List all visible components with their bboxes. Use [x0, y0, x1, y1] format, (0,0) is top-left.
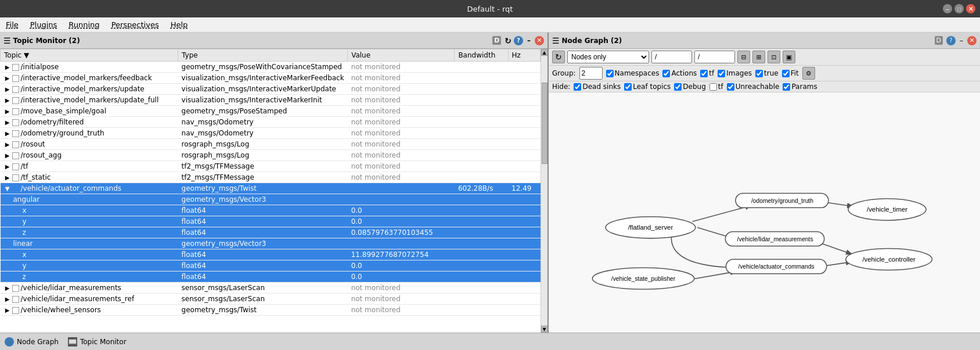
expand-icon[interactable]: ▶	[4, 86, 11, 93]
ng-icon-btn-3[interactable]: ⊡	[768, 51, 780, 63]
expand-icon[interactable]: ▶	[4, 130, 11, 137]
table-row[interactable]: ▶/move_base_simple/goalgeometry_msgs/Pos…	[1, 106, 541, 117]
expand-icon[interactable]: ▶	[4, 152, 11, 159]
unreachable-checkbox[interactable]	[727, 83, 734, 91]
table-row[interactable]: yfloat640.0	[1, 216, 541, 227]
row-checkbox[interactable]	[12, 152, 19, 159]
scroll-thumb[interactable]	[542, 83, 547, 163]
hide-tf-checkbox[interactable]	[709, 83, 717, 91]
table-row[interactable]: zfloat640.0	[1, 272, 541, 283]
table-row[interactable]: zfloat640.08579763770103455	[1, 227, 541, 238]
table-row[interactable]: ▼/vehicle/actuator_commandsgeometry_msgs…	[1, 183, 541, 194]
images-label[interactable]: Images	[718, 69, 752, 77]
highlight-checkbox[interactable]	[755, 70, 763, 77]
table-row[interactable]: ▶/tftf2_msgs/TFMessagenot monitored	[1, 161, 541, 172]
table-row[interactable]: ▶/interactive_model_markers/updatevisual…	[1, 84, 541, 95]
table-row[interactable]: yfloat640.0	[1, 260, 541, 272]
tf-checkbox[interactable]	[700, 70, 708, 77]
expand-icon[interactable]: ▶	[4, 75, 11, 82]
row-checkbox[interactable]	[12, 86, 19, 93]
scroll-up-btn[interactable]: ▲	[541, 49, 548, 56]
expand-icon[interactable]: ▶	[4, 285, 11, 292]
table-row[interactable]: ▶/tf_statictf2_msgs/TFMessagenot monitor…	[1, 172, 541, 183]
row-checkbox[interactable]	[12, 64, 19, 71]
table-row[interactable]: ▶/odometry/filterednav_msgs/Odometrynot …	[1, 117, 541, 128]
row-checkbox[interactable]	[12, 185, 19, 192]
statusbar-node-graph[interactable]: Node Graph	[5, 337, 59, 347]
ng-icon-btn-1[interactable]: ⊟	[737, 51, 750, 63]
row-checkbox[interactable]	[12, 75, 19, 82]
expand-icon[interactable]: ▶	[4, 97, 11, 104]
ng-filter-mode-select[interactable]: Nodes only Nodes/Topics (all) Nodes/Topi…	[567, 51, 649, 63]
actions-label[interactable]: Actions	[662, 69, 697, 77]
fit-label[interactable]: Fit	[782, 69, 799, 77]
dock-icon[interactable]: D	[492, 36, 501, 45]
expand-icon[interactable]: ▶	[4, 307, 11, 314]
table-row[interactable]: ▶/vehicle/wheel_sensorsgeometry_msgs/Twi…	[1, 305, 541, 316]
row-checkbox[interactable]	[12, 108, 19, 115]
table-row[interactable]: ▶/vehicle/lidar_measurements_refsensor_m…	[1, 294, 541, 305]
ng-dock-icon[interactable]: D	[935, 36, 943, 45]
topic-monitor-close-icon[interactable]: ✕	[535, 36, 544, 45]
vertical-scrollbar[interactable]: ▲ ▼	[541, 49, 547, 333]
row-checkbox[interactable]	[12, 97, 19, 104]
highlight-label[interactable]: true	[755, 69, 779, 77]
ng-close-icon[interactable]: ✕	[967, 36, 977, 45]
col-header-hz[interactable]: Hz	[508, 49, 540, 62]
row-checkbox[interactable]	[12, 296, 19, 303]
expand-icon[interactable]: ▶	[4, 64, 11, 71]
row-checkbox[interactable]	[12, 141, 19, 148]
row-checkbox[interactable]	[12, 130, 19, 137]
tf-label[interactable]: tf	[700, 69, 714, 77]
expand-icon[interactable]: ▶	[4, 163, 11, 170]
refresh-icon[interactable]: ↻	[505, 36, 511, 45]
menu-perspectives[interactable]: Perspectives	[109, 19, 161, 30]
expand-icon[interactable]: ▶	[4, 296, 11, 303]
table-row[interactable]: ▶/rosoutrosgraph_msgs/Lognot monitored	[1, 139, 541, 150]
menu-help[interactable]: Help	[168, 19, 190, 30]
group-input[interactable]	[579, 67, 603, 80]
dead-sinks-label[interactable]: Dead sinks	[574, 83, 621, 91]
row-checkbox[interactable]	[12, 163, 19, 170]
help-icon[interactable]: ?	[514, 36, 523, 45]
params-label[interactable]: Params	[783, 83, 817, 91]
maximize-button[interactable]: □	[954, 4, 964, 13]
ng-ns-filter-input[interactable]	[651, 51, 692, 63]
namespaces-checkbox[interactable]	[606, 70, 614, 77]
scroll-down-btn[interactable]: ▼	[541, 326, 548, 333]
menu-plugins[interactable]: Plugins	[28, 19, 60, 30]
debug-label[interactable]: Debug	[674, 83, 705, 91]
namespaces-label[interactable]: Namespaces	[606, 69, 660, 77]
expand-icon[interactable]: ▶	[4, 141, 11, 148]
minimize-button[interactable]: –	[943, 4, 952, 13]
ng-settings-btn[interactable]: ⚙	[802, 67, 815, 80]
table-row[interactable]: ▶/interactive_model_markers/update_fullv…	[1, 95, 541, 106]
images-checkbox[interactable]	[718, 70, 725, 77]
params-checkbox[interactable]	[783, 83, 790, 91]
ng-icon-btn-2[interactable]: ⊞	[752, 51, 765, 63]
hide-tf-label[interactable]: tf	[709, 83, 723, 91]
leaf-topics-label[interactable]: Leaf topics	[624, 83, 671, 91]
close-button[interactable]: ✕	[966, 4, 975, 13]
col-header-type[interactable]: Type	[178, 49, 348, 62]
table-row[interactable]: ▶/interactive_model_markers/feedbackvisu…	[1, 73, 541, 84]
expand-icon[interactable]: ▶	[4, 119, 11, 126]
ng-help-icon[interactable]: ?	[946, 36, 956, 45]
menu-file[interactable]: File	[3, 19, 21, 30]
actions-checkbox[interactable]	[662, 70, 670, 77]
table-row[interactable]: ▶/initialposegeometry_msgs/PoseWithCovar…	[1, 62, 541, 73]
fit-checkbox[interactable]	[782, 70, 790, 77]
col-header-bandwidth[interactable]: Bandwidth	[455, 49, 508, 62]
table-row[interactable]: xfloat6411.899277687072754	[1, 249, 541, 260]
table-row[interactable]: angulargeometry_msgs/Vector3	[1, 194, 541, 205]
table-row[interactable]: lineargeometry_msgs/Vector3	[1, 238, 541, 249]
unreachable-label[interactable]: Unreachable	[727, 83, 780, 91]
col-header-topic[interactable]: Topic ▼	[1, 49, 178, 62]
ng-topic-filter-input[interactable]	[694, 51, 735, 63]
expand-icon[interactable]: ▼	[4, 185, 11, 192]
debug-checkbox[interactable]	[674, 83, 682, 91]
leaf-topics-checkbox[interactable]	[624, 83, 632, 91]
table-row[interactable]: ▶/rosout_aggrosgraph_msgs/Lognot monitor…	[1, 150, 541, 161]
table-row[interactable]: ▶/vehicle/lidar_measurementssensor_msgs/…	[1, 283, 541, 294]
expand-icon[interactable]: ▶	[4, 174, 11, 181]
